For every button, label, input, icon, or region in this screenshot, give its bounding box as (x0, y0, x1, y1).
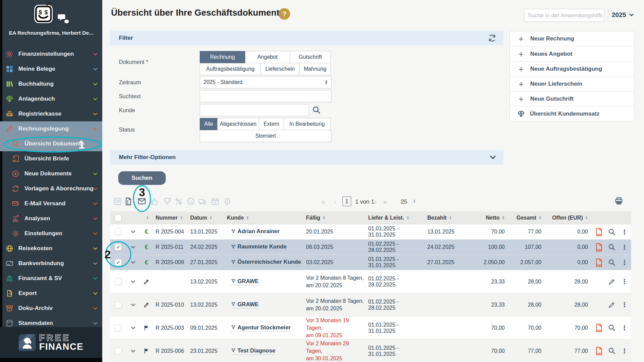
document-info-icon[interactable] (124, 197, 133, 206)
preview-search-icon[interactable] (608, 243, 616, 251)
customer-link[interactable]: Test Diagnose (231, 347, 275, 355)
row-expand-chevron-icon[interactable] (130, 348, 136, 354)
column-header-offen-eur[interactable]: Offen (EUR)▲▼ (543, 211, 590, 224)
row-menu-icon[interactable]: ⋮ (621, 228, 628, 236)
sort-icon[interactable]: ▲▼ (407, 216, 409, 220)
customer-link[interactable]: Agentur Stockmeier (231, 324, 291, 332)
help-search-input[interactable] (524, 12, 604, 19)
sidebar-item-buchhaltung[interactable]: Buchhaltung (0, 76, 102, 91)
action-neue-auftragsbestätigung[interactable]: +Neue Auftragsbestätigung (510, 61, 634, 76)
preview-search-icon[interactable] (608, 228, 616, 236)
edit-pencil-icon[interactable] (608, 278, 616, 286)
column-header-datum[interactable]: Datum▲▼ (187, 211, 224, 224)
sort-icon[interactable]: ▲▼ (502, 216, 505, 220)
row-checkbox[interactable] (115, 325, 122, 331)
row-checkbox[interactable]: ✓ (115, 244, 122, 251)
customer-link[interactable]: Adrian Anrainer (231, 228, 280, 236)
row-expand-chevron-icon[interactable] (130, 302, 136, 308)
sidebar-item-übersicht-briefe[interactable]: Übersicht Briefe (0, 151, 102, 166)
column-header-bezahlt[interactable]: Bezahlt▲▼ (425, 211, 462, 224)
preview-search-icon[interactable] (608, 259, 616, 266)
sidebar-item-meine-belege[interactable]: Meine Belege (0, 62, 102, 76)
column-header-nummer[interactable]: Nummer▲▼ (153, 211, 187, 224)
sort-icon[interactable]: ▲▼ (210, 216, 212, 220)
document-filter-angebot[interactable]: Angebot (245, 51, 290, 63)
row-menu-icon[interactable]: ⋮ (621, 301, 628, 309)
sidebar-item-registrierkasse[interactable]: Registrierkasse (0, 106, 102, 121)
row-menu-icon[interactable]: ⋮ (621, 347, 628, 355)
row-checkbox[interactable]: ✓ (115, 259, 122, 266)
column-header-kunde[interactable]: Kunde▲▼ (224, 211, 303, 224)
preview-search-icon[interactable] (608, 324, 616, 332)
column-header-netto[interactable]: Netto▲▼ (462, 211, 507, 224)
sort-icon[interactable]: ▲▼ (539, 216, 541, 220)
row-menu-icon[interactable]: ⋮ (621, 243, 628, 251)
sidebar-item-finanzeinstellungen[interactable]: Finanzeinstellungen (0, 47, 102, 62)
pagination-prev[interactable]: ‹ (334, 197, 336, 206)
edit-pencil-icon[interactable] (608, 301, 616, 309)
sidebar-item-vorlagen-aborechnung[interactable]: Vorlagen & Aborechnung (0, 181, 102, 196)
year-dropdown[interactable]: 2025 (612, 11, 634, 19)
column-header-liefer-leist[interactable]: Liefer & Leist.▲▼ (365, 211, 425, 224)
status-filter-extern[interactable]: Extern (259, 118, 284, 130)
customer-input[interactable] (200, 104, 309, 116)
pdf-icon[interactable]: PDF (595, 347, 603, 355)
row-checkbox[interactable] (115, 301, 122, 308)
document-filter-lieferschein[interactable]: Lieferschein (261, 63, 300, 75)
row-expand-chevron-icon[interactable] (130, 279, 136, 285)
period-select[interactable]: 2025 - Standard ▲▼ (200, 76, 332, 88)
printer-icon[interactable] (614, 196, 624, 206)
action-neuer-lieferschein[interactable]: +Neuer Lieferschein (510, 76, 634, 91)
row-menu-icon[interactable]: ⋮ (621, 259, 628, 266)
searchtext-input[interactable] (200, 90, 332, 102)
row-expand-chevron-icon[interactable] (130, 325, 136, 331)
document-filter-auftragsbestätigung[interactable]: Auftragsbestätigung (200, 63, 261, 75)
sidebar-item-einstellungen[interactable]: Einstellungen (0, 226, 102, 241)
page-size-value[interactable]: 25 (401, 199, 407, 205)
status-filter-abgeschlossen[interactable]: Abgeschlossen (217, 118, 259, 130)
row-checkbox[interactable] (115, 228, 122, 235)
column-header[interactable]: ▲▼ (140, 211, 153, 224)
column-header-gesamt[interactable]: Gesamt▲▼ (507, 211, 543, 224)
pagination-next[interactable]: › (374, 197, 377, 206)
sidebar-item-neue-dokumente[interactable]: Neue Dokumente (0, 166, 102, 181)
action-neue-rechnung[interactable]: +Neue Rechnung (510, 31, 634, 46)
pdf-icon[interactable]: PDF (595, 258, 603, 267)
status-filter-storniert[interactable]: Storniert (200, 130, 332, 142)
search-button[interactable]: Suchen (118, 171, 166, 185)
more-filters-bar[interactable]: Mehr Filter-Optionen (110, 150, 503, 165)
column-header-fällig[interactable]: Fällig▲▼ (303, 211, 365, 224)
row-expand-chevron-icon[interactable] (130, 229, 136, 235)
sidebar-item-analysen[interactable]: Analysen (0, 211, 102, 226)
sidebar-item-export[interactable]: Export (0, 286, 102, 301)
sort-icon[interactable]: ▲▼ (449, 216, 452, 220)
row-expand-chevron-icon[interactable] (130, 260, 136, 265)
status-filter-in-bearbeitung[interactable]: In Bearbeitung (284, 118, 330, 130)
row-menu-icon[interactable]: ⋮ (621, 278, 628, 286)
sort-icon[interactable]: ▲▼ (180, 216, 183, 220)
customer-link[interactable]: Österreichischer Kunde (231, 259, 301, 266)
action-neues-angebot[interactable]: +Neues Angebot (510, 46, 634, 61)
action-neue-gutschrift[interactable]: +Neue Gutschrift (510, 91, 634, 106)
select-all-checkbox[interactable] (115, 214, 122, 221)
page-size-arrows-icon[interactable]: ▲▼ (413, 199, 416, 203)
customer-link[interactable]: GRAWE (231, 278, 258, 286)
sort-icon[interactable]: ▲▼ (246, 216, 249, 220)
pagination-first[interactable]: « (322, 197, 325, 206)
pdf-icon[interactable]: PDF (595, 228, 603, 236)
pdf-icon[interactable]: PDF (595, 243, 603, 252)
sidebar-item-anlagenbuch[interactable]: Anlagenbuch (0, 91, 102, 106)
action-übersicht-kundenumsatz[interactable]: Übersicht Kundenumsatz (510, 106, 634, 121)
row-expand-chevron-icon[interactable] (130, 244, 136, 250)
sidebar-item-übersicht-dokumente[interactable]: Übersicht Dokumente (0, 136, 102, 151)
help-icon[interactable]: ? (279, 8, 290, 20)
row-checkbox[interactable] (115, 348, 122, 355)
document-filter-rechnung[interactable]: Rechnung (200, 51, 245, 63)
pagination-current-page[interactable]: 1 (342, 196, 351, 206)
preview-search-icon[interactable] (608, 347, 616, 355)
customer-link[interactable]: Raummiete Kunde (231, 243, 287, 251)
customer-link[interactable]: GRAWE (231, 301, 258, 309)
sort-icon[interactable]: ▲▼ (585, 216, 588, 220)
sidebar-item-e-mail-versand[interactable]: E-Mail Versand (0, 196, 102, 211)
sort-icon[interactable]: ▲▼ (323, 216, 325, 220)
